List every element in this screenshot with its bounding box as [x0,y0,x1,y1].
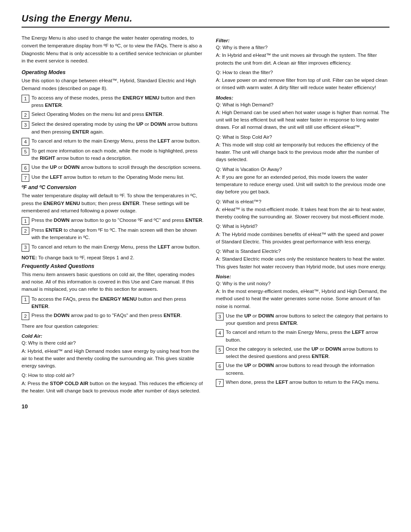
step-tc-3: 3 To cancel and return to the main Energ… [22,243,204,252]
noise-title: Noise: [216,274,389,279]
step-noise-4-text: To cancel and return to the main Energy … [226,329,389,344]
step-num-faq-1: 1 [22,296,29,304]
modes-q6: Q: What is Standard Electric? [216,248,389,255]
cold-air-q1: Q: Why is there cold air? [22,339,204,347]
step-faq-1: 1 To access the FAQs, press the ENERGY M… [22,296,204,311]
noise-q1: Q: Why is the unit noisy? [216,280,389,287]
step-faq-1-text: To access the FAQs, press the ENERGY MEN… [31,296,204,311]
temp-conversion-intro: The water temperature display will defau… [22,192,204,215]
modes-q2: Q: What is Stop Cold Air? [216,134,389,141]
step-num-noise-6: 6 [216,362,224,370]
faq-modes: Modes: Q: What is High Demand? A: High D… [216,95,389,271]
modes-q3: Q: What is Vacation Or Away? [216,166,389,173]
cold-air-a2: A: Press the STOP COLD AIR button on the… [22,380,204,395]
step-om-2: 2 Select Operating Modes on the menu lis… [22,111,204,119]
filter-q2: Q: How to clean the filter? [216,69,389,76]
cold-air-q2: Q: How to stop cold air? [22,372,204,379]
operating-modes-title: Operating Modes [22,69,204,75]
modes-a4: A: eHeat™ is the most-efficient mode. It… [216,206,389,221]
modes-a1: A: High Demand can be used when hot wate… [216,109,389,131]
cold-air-title: Cold Air: [22,333,204,339]
step-num-tc-2: 2 [22,227,29,235]
page-number: 10 [22,403,204,410]
step-num-faq-2: 2 [22,312,29,320]
faq-cold-air: Cold Air: Q: Why is there cold air? A: H… [22,333,204,395]
modes-a3: A: If you are gone for an extended perio… [216,174,389,196]
faq-filter: Filter: Q: Why is there a filter? A: In … [216,38,389,92]
faq-steps: 1 To access the FAQs, press the ENERGY M… [22,296,204,320]
step-num-7: 7 [22,174,29,182]
step-num-6: 6 [22,164,29,172]
step-noise-7: 7 When done, press the LEFT arrow button… [216,379,389,387]
right-column: Filter: Q: Why is there a filter? A: In … [216,34,389,410]
section-temp-conversion: ºF and ºC Conversion The water temperatu… [22,184,204,261]
step-om-7-text: Use the LEFT arrow button to return to t… [31,174,204,181]
faq-noise: Noise: Q: Why is the unit noisy? A: In t… [216,274,389,387]
step-num-noise-3: 3 [216,313,224,320]
modes-a6: A: Standard Electric mode uses only the … [216,255,389,271]
temp-conversion-title: ºF and ºC Conversion [22,184,204,190]
step-num-noise-4: 4 [216,329,224,337]
title-divider [22,27,389,28]
faq-intro: This menu item answers basic questions o… [22,271,204,293]
step-om-6-text: Use the UP or DOWN arrow buttons to scro… [31,164,204,171]
step-tc-2: 2 Press ENTER to change from ºF to ºC. T… [22,227,204,242]
modes-title: Modes: [216,95,389,100]
step-tc-1-text: Press the DOWN arrow button to go to "Ch… [31,217,204,224]
operating-modes-steps: 1 To access any of these modes, press th… [22,94,204,182]
step-om-2-text: Select Operating Modes on the menu list … [31,111,204,118]
step-noise-3-text: Use the UP or DOWN arrow buttons to sele… [226,312,389,327]
step-noise-5: 5 Once the category is selected, use the… [216,345,389,361]
temp-note: NOTE: To change back to ºF, repeat Steps… [22,254,204,261]
filter-a2: A: Leave power on and remove filter from… [216,77,389,92]
step-faq-2: 2 Press the DOWN arrow pad to go to "FAQ… [22,312,204,320]
step-om-5-text: To get more information on each mode, wh… [31,147,204,162]
step-om-3-text: Select the desired operating mode by usi… [31,121,204,136]
step-num-4: 4 [22,138,29,146]
section-faq: Frequently Asked Questions This menu ite… [22,263,204,395]
page-title: Using the Energy Menu. [22,13,389,24]
modes-q4: Q: What is eHeat™? [216,198,389,205]
step-num-1: 1 [22,95,29,103]
left-column: The Energy Menu is also used to change t… [22,34,204,410]
modes-q5: Q: What is Hybrid? [216,223,389,230]
step-tc-3-text: To cancel and return to the main Energy … [31,243,204,251]
step-noise-7-text: When done, press the LEFT arrow button t… [226,379,389,386]
step-noise-4: 4 To cancel and return to the main Energ… [216,329,389,344]
step-num-tc-1: 1 [22,217,29,225]
modes-q1: Q: What is High Demand? [216,101,389,109]
step-noise-3: 3 Use the UP or DOWN arrow buttons to se… [216,312,389,327]
step-num-2: 2 [22,111,29,119]
noise-steps: 3 Use the UP or DOWN arrow buttons to se… [216,312,389,387]
step-num-noise-7: 7 [216,379,224,387]
step-om-4: 4 To cancel and return to the main Energ… [22,137,204,146]
step-om-7: 7 Use the LEFT arrow button to return to… [22,174,204,182]
temp-conversion-steps: 1 Press the DOWN arrow button to go to "… [22,217,204,252]
section-operating-modes: Operating Modes Use this option to chang… [22,69,204,182]
faq-title: Frequently Asked Questions [22,263,204,269]
step-noise-6-text: Use the UP or DOWN arrow buttons to read… [226,362,389,377]
modes-a5: A: The Hybrid mode combines benefits of … [216,231,389,246]
noise-a1: A: In the most energy-efficient modes, e… [216,288,389,310]
filter-title: Filter: [216,38,389,43]
step-faq-2-text: Press the DOWN arrow pad to go to "FAQs"… [31,312,204,319]
cold-air-a1: A: Hybrid, eHeat™ and High Demand modes … [22,348,204,370]
step-tc-2-text: Press ENTER to change from ºF to ºC. The… [31,227,204,242]
page: Using the Energy Menu. The Energy Menu i… [0,0,411,532]
filter-a1: A: In Hybrid and eHeat™ the unit moves a… [216,52,389,67]
step-om-6: 6 Use the UP or DOWN arrow buttons to sc… [22,164,204,172]
faq-categories-intro: There are four question categories: [22,323,204,330]
step-om-4-text: To cancel and return to the main Energy … [31,137,204,145]
step-noise-5-text: Once the category is selected, use the U… [226,345,389,361]
step-om-3: 3 Select the desired operating mode by u… [22,121,204,136]
step-num-noise-5: 5 [216,346,224,354]
step-num-5: 5 [22,148,29,156]
step-om-5: 5 To get more information on each mode, … [22,147,204,162]
step-om-1-text: To access any of these modes, press the … [31,94,204,109]
step-tc-1: 1 Press the DOWN arrow button to go to "… [22,217,204,225]
step-num-3: 3 [22,121,29,129]
step-num-tc-3: 3 [22,244,29,252]
step-om-1: 1 To access any of these modes, press th… [22,94,204,109]
filter-q1: Q: Why is there a filter? [216,44,389,51]
operating-modes-intro: Use this option to change between eHeat™… [22,77,204,92]
